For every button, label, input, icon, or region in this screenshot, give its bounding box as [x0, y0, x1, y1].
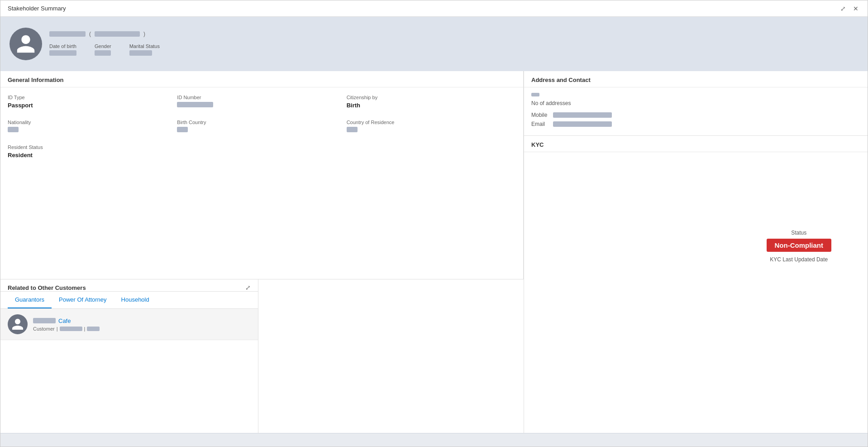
gender-value [95, 50, 111, 56]
birth-country-redacted [177, 127, 188, 132]
no-of-addresses: No of addresses [531, 100, 860, 106]
related-title: Related to Other Customers [8, 284, 86, 291]
title-bar: Stakeholder Summary ⤢ ✕ [0, 0, 868, 17]
customer-info: Cafe Customer | | [33, 317, 100, 332]
country-residence-label: Country of Residence [347, 120, 516, 125]
related-body: Cafe Customer | | [0, 309, 258, 340]
info-grid: ID Type Passport ID Number Citizenship b… [0, 87, 523, 166]
id-number-redacted [177, 102, 213, 107]
customer-name-redacted [33, 318, 56, 323]
profile-info: ( ) Date of birth Gender Marital Status [49, 31, 160, 57]
email-label: Email [531, 121, 549, 127]
tabs: Guarantors Power Of Attorney Household [0, 292, 258, 309]
kyc-title: KYC [524, 136, 868, 152]
close-button[interactable]: ✕ [851, 4, 860, 13]
tab-household[interactable]: Household [114, 292, 157, 308]
kyc-body: Status Non-Compliant KYC Last Updated Da… [524, 152, 868, 288]
nationality-label: Nationality [8, 120, 177, 125]
birth-country-value [177, 127, 346, 134]
kyc-status-container: Status Non-Compliant KYC Last Updated Da… [767, 230, 831, 281]
avatar [10, 28, 42, 60]
birth-country-item: Birth Country [177, 120, 346, 134]
nationality-redacted [8, 127, 19, 132]
maximize-button[interactable]: ⤢ [839, 4, 848, 13]
marital-field: Marital Status [129, 43, 160, 57]
title-bar-controls: ⤢ ✕ [839, 4, 860, 13]
customer-list-item: Cafe Customer | | [0, 309, 258, 340]
resident-status-item: Resident Status Resident [8, 144, 177, 159]
marital-value [129, 50, 152, 56]
resident-status-value: Resident [8, 152, 177, 159]
dob-field: Date of birth [49, 43, 76, 57]
tab-guarantors[interactable]: Guarantors [8, 292, 52, 308]
country-residence-value [347, 127, 516, 134]
dob-label: Date of birth [49, 43, 76, 49]
email-value [553, 121, 612, 127]
country-residence-redacted [347, 127, 358, 132]
address-title: Address and Contact [524, 71, 868, 87]
kyc-status-label: Status [791, 230, 806, 236]
customer-avatar [8, 314, 28, 334]
bottom-left: Related to Other Customers ⤢ Guarantors … [0, 279, 524, 433]
general-info-title: General Information [0, 71, 523, 87]
profile-header: ( ) Date of birth Gender Marital Status [0, 17, 868, 71]
related-header: Related to Other Customers ⤢ [0, 279, 258, 292]
related-section: Related to Other Customers ⤢ Guarantors … [0, 279, 258, 433]
mobile-label: Mobile [531, 112, 549, 118]
id-number-value [177, 102, 346, 109]
id-type-value: Passport [8, 102, 177, 109]
id-number-item: ID Number [177, 95, 346, 109]
marital-label: Marital Status [129, 43, 160, 49]
left-panel: General Information ID Type Passport ID … [0, 71, 524, 433]
customer-meta-redacted-2 [87, 327, 100, 331]
main-content: General Information ID Type Passport ID … [0, 71, 868, 433]
country-residence-item: Country of Residence [347, 120, 516, 134]
id-number-label: ID Number [177, 95, 346, 100]
gender-label: Gender [95, 43, 111, 49]
gender-field: Gender [95, 43, 111, 57]
tab-power-of-attorney[interactable]: Power Of Attorney [52, 292, 114, 308]
kyc-last-updated-label: KYC Last Updated Date [770, 256, 828, 263]
profile-fields: Date of birth Gender Marital Status [49, 43, 160, 57]
citizenship-item: Citizenship by Birth [347, 95, 516, 109]
bottom-bar [0, 433, 868, 447]
expand-icon[interactable]: ⤢ [245, 284, 251, 291]
customer-name-link[interactable]: Cafe [58, 317, 71, 324]
top-left: General Information ID Type Passport ID … [0, 71, 524, 279]
nationality-value [8, 127, 177, 134]
id-type-item: ID Type Passport [8, 95, 177, 109]
customer-meta: Customer | | [33, 326, 100, 332]
resident-status-label: Resident Status [8, 144, 177, 150]
citizenship-value: Birth [347, 102, 516, 109]
birth-country-label: Birth Country [177, 120, 346, 125]
customer-meta-redacted-1 [60, 327, 82, 331]
mobile-value [553, 112, 612, 118]
dob-value [49, 50, 76, 56]
address-section: Address and Contact No of addresses Mobi… [524, 71, 868, 136]
customer-type: Customer [33, 326, 55, 332]
right-panel: Address and Contact No of addresses Mobi… [524, 71, 868, 433]
email-row: Email [531, 121, 860, 127]
name-redacted-2 [95, 31, 140, 37]
address-body: No of addresses Mobile Email [524, 87, 868, 135]
profile-name-row: ( ) [49, 31, 160, 37]
kyc-status-badge: Non-Compliant [767, 239, 831, 252]
customer-name-row: Cafe [33, 317, 100, 324]
id-type-label: ID Type [8, 95, 177, 100]
name-redacted-1 [49, 31, 86, 37]
window-title: Stakeholder Summary [8, 5, 66, 12]
mobile-row: Mobile [531, 112, 860, 118]
kyc-section: KYC Status Non-Compliant KYC Last Update… [524, 136, 868, 433]
citizenship-label: Citizenship by [347, 95, 516, 100]
address-count-bar [531, 93, 539, 96]
nationality-item: Nationality [8, 120, 177, 134]
